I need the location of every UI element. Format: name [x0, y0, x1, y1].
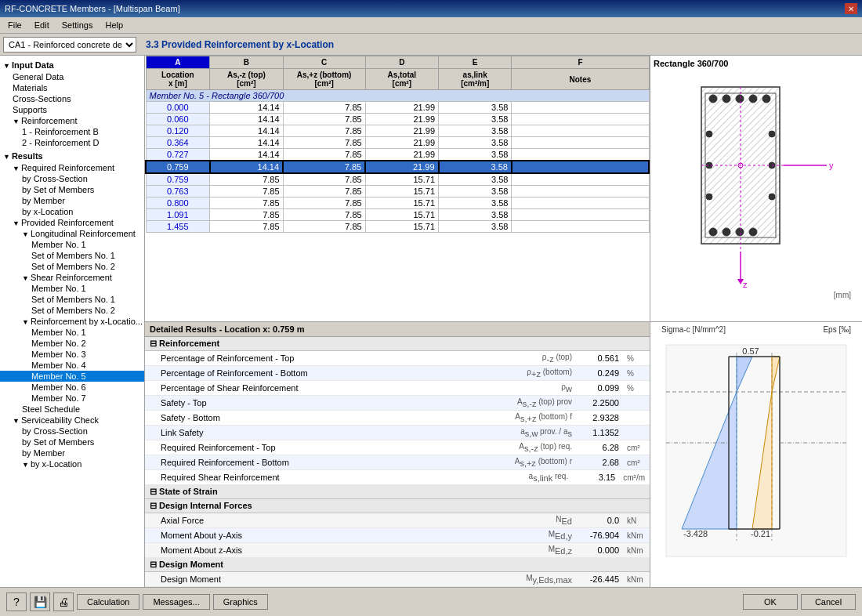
member-header-row: Member No. 5 - Rectangle 360/700 [146, 90, 649, 102]
detail-symbol: As,-z (top) prov [512, 396, 575, 410]
tree-by-x-location[interactable]: by x-Location [0, 206, 144, 217]
detail-symbol: ρw [512, 381, 575, 395]
cell-as-bottom: 7.85 [283, 114, 365, 125]
table-row[interactable]: 0.000 14.14 7.85 21.99 3.58 [146, 102, 649, 114]
calculation-button[interactable]: Calculation [77, 594, 139, 610]
design-moment-header[interactable]: ⊟ Design Moment [145, 558, 650, 572]
col-subheader-notes: Notes [512, 69, 649, 90]
tree-reinf-x-loc[interactable]: ▼Reinforcement by x-Locatio... [0, 316, 144, 327]
col-subheader-location: Locationx [m] [146, 69, 210, 90]
detail-unit [622, 431, 650, 434]
tree-results[interactable]: ▼Results [0, 150, 144, 162]
title-bar-text: RF-CONCRETE Members - [Multispan Beam] [5, 4, 180, 13]
table-row-selected[interactable]: 0.759 14.14 7.85 21.99 3.58 [146, 161, 649, 173]
table-row[interactable]: 1.455 7.85 7.85 15.71 3.58 [146, 221, 649, 233]
ca-select[interactable]: CA1 - Reinforced concrete desi... [3, 37, 136, 53]
tree-input-data[interactable]: ▼Input Data [0, 59, 144, 71]
tree-member-3c[interactable]: Member No. 3 [0, 349, 144, 360]
detail-row: Axial Force NEd 0.0 kN [145, 513, 650, 528]
table-area[interactable]: A B C D E F Locationx [m] As,-z (top)[cm… [145, 56, 650, 321]
detail-label: Safety - Bottom [145, 411, 512, 424]
table-row[interactable]: 0.763 7.85 7.85 15.71 3.58 [146, 186, 649, 197]
detail-row: Link Safety as,w prov. / as 1.1352 [145, 426, 650, 440]
detail-row: Percentage of Reinforcement - Top ρ-z (t… [145, 351, 650, 366]
detail-value: 0.249 [575, 367, 622, 379]
col-header-c: C [283, 56, 365, 69]
tree-set-2a[interactable]: Set of Members No. 2 [0, 261, 144, 272]
collapse-icon: ⊟ [150, 560, 157, 569]
detail-unit: kNm [622, 574, 650, 585]
cell-as-top: 14.14 [210, 114, 283, 125]
detail-unit: cm² [622, 457, 650, 469]
tree-set-2b[interactable]: Set of Members No. 2 [0, 305, 144, 316]
detail-label: Required Reinforcement - Top [145, 441, 512, 454]
table-row[interactable]: 0.800 7.85 7.85 15.71 3.58 [146, 197, 649, 209]
detail-value: 2.9328 [575, 411, 622, 424]
tree-set-1b[interactable]: Set of Members No. 1 [0, 294, 144, 305]
tree-member-5c[interactable]: Member No. 5 [0, 371, 144, 382]
save-button[interactable]: 💾 [30, 592, 50, 611]
table-row[interactable]: 0.727 14.14 7.85 21.99 3.58 [146, 149, 649, 161]
tree-member-1c[interactable]: Member No. 1 [0, 327, 144, 338]
state-strain-header[interactable]: ⊟ State of Strain [145, 485, 650, 499]
help-button[interactable]: ? [6, 592, 27, 611]
tree-shear-reinf[interactable]: ▼Shear Reinforcement [0, 272, 144, 283]
menu-edit[interactable]: Edit [30, 19, 54, 31]
tree-set-1a[interactable]: Set of Members No. 1 [0, 250, 144, 261]
tree-member-4c[interactable]: Member No. 4 [0, 360, 144, 371]
menu-settings[interactable]: Settings [57, 19, 98, 31]
tree-sls-set-members[interactable]: by Set of Members [0, 437, 144, 448]
main-content: ▼Input Data General Data Materials Cross… [0, 56, 862, 587]
cancel-button[interactable]: Cancel [801, 594, 856, 610]
design-forces-header[interactable]: ⊟ Design Internal Forces [145, 499, 650, 513]
close-button[interactable]: ✕ [845, 3, 857, 14]
detail-label: Percentage of Reinforcement - Bottom [145, 367, 512, 379]
tree-reinf-d[interactable]: 2 - Reinforcement D [0, 137, 144, 148]
table-row[interactable]: 0.060 14.14 7.85 21.99 3.58 [146, 114, 649, 125]
tree-general-data[interactable]: General Data [0, 71, 144, 82]
tree-cross-sections[interactable]: Cross-Sections [0, 93, 144, 104]
tree-member-1b[interactable]: Member No. 1 [0, 283, 144, 294]
detail-row: Required Reinforcement - Bottom As,+z (b… [145, 455, 650, 470]
tree-required-reinf[interactable]: ▼Required Reinforcement [0, 162, 144, 173]
detail-row: Percentage of Shear Reinforcement ρw 0.0… [145, 381, 650, 396]
tree-supports[interactable]: Supports [0, 104, 144, 115]
table-row[interactable]: 1.091 7.85 7.85 15.71 3.58 [146, 209, 649, 221]
tree-provided-reinf[interactable]: ▼Provided Reinforcement [0, 217, 144, 228]
reinf-section-header[interactable]: ⊟ Reinforcement [145, 337, 650, 351]
tree-sls-member[interactable]: by Member [0, 448, 144, 458]
tree-materials[interactable]: Materials [0, 82, 144, 93]
tree-sls-cross-section[interactable]: by Cross-Section [0, 426, 144, 437]
tree-steel-schedule[interactable]: Steel Schedule [0, 404, 144, 415]
detail-label: Design Moment [145, 573, 512, 585]
tree-long-reinf[interactable]: ▼Longitudinal Reinforcement [0, 228, 144, 239]
table-row[interactable]: 0.759 7.85 7.85 15.71 3.58 [146, 173, 649, 186]
detail-value: 0.0 [575, 514, 622, 527]
tree-member-2c[interactable]: Member No. 2 [0, 338, 144, 349]
bottom-bar: ? 💾 🖨 Calculation Messages... Graphics O… [0, 587, 862, 615]
tree-reinf-b[interactable]: 1 - Reinforcement B [0, 126, 144, 137]
tree-member-1a[interactable]: Member No. 1 [0, 239, 144, 250]
tree-member-6c[interactable]: Member No. 6 [0, 382, 144, 393]
tree-reinforcement[interactable]: ▼Reinforcement [0, 115, 144, 126]
tree-by-member[interactable]: by Member [0, 195, 144, 206]
menu-help[interactable]: Help [100, 19, 128, 31]
cell-as-bottom: 7.85 [283, 102, 365, 114]
table-row[interactable]: 0.364 14.14 7.85 21.99 3.58 [146, 137, 649, 149]
ok-button[interactable]: OK [743, 594, 798, 610]
tree-by-cross-section[interactable]: by Cross-Section [0, 173, 144, 184]
svg-point-10 [749, 228, 757, 236]
detail-unit: % [622, 382, 650, 394]
tree-member-7c[interactable]: Member No. 7 [0, 393, 144, 404]
col-subheader-as-link: as,link[cm²/m] [439, 69, 512, 90]
tree-sls-x-location[interactable]: ▼by x-Location [0, 458, 144, 469]
table-row[interactable]: 0.120 14.14 7.85 21.99 3.58 [146, 125, 649, 137]
menu-file[interactable]: File [3, 19, 27, 31]
tree-by-set-members[interactable]: by Set of Members [0, 184, 144, 195]
messages-button[interactable]: Messages... [143, 594, 209, 610]
detail-symbol: NEd [512, 513, 575, 527]
print-button[interactable]: 🖨 [53, 592, 74, 611]
graphics-button[interactable]: Graphics [213, 594, 268, 610]
tree-sls-check[interactable]: ▼Serviceability Check [0, 415, 144, 426]
detail-row: Required Shear Reinforcement as,link req… [145, 470, 650, 485]
